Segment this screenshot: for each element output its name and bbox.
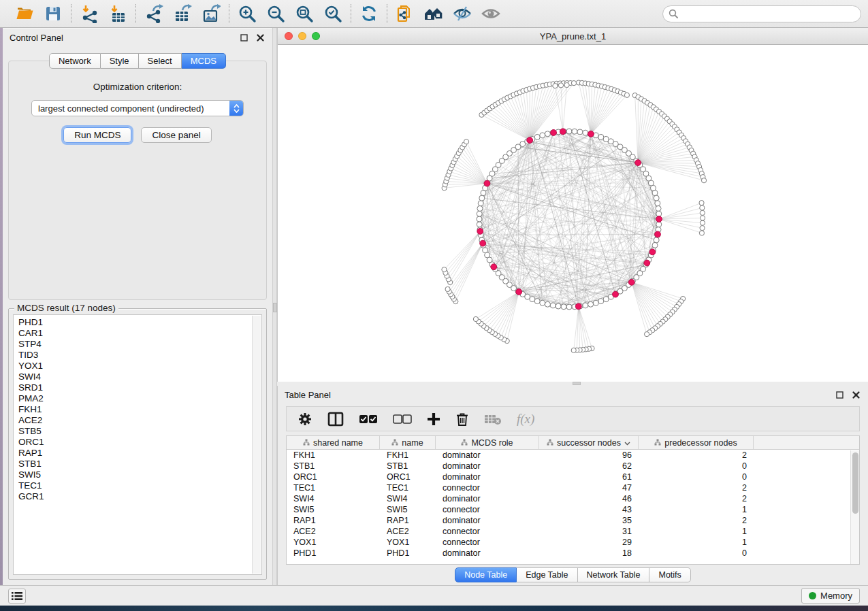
mcds-result-list[interactable]: PHD1CAR1STP4TID3YOX1SWI4SRD1PMA2FKH1ACE2… <box>13 314 262 575</box>
float-panel-icon[interactable] <box>238 32 249 43</box>
vertical-splitter[interactable] <box>272 28 277 585</box>
ring-node[interactable] <box>477 216 482 222</box>
tab-network[interactable]: Network <box>49 53 101 69</box>
mcds-node[interactable] <box>656 216 662 222</box>
table-row[interactable]: TEC1TEC1connector472 <box>287 482 859 493</box>
mcds-node[interactable] <box>588 131 594 137</box>
table-row[interactable]: SWI5SWI5connector431 <box>287 504 859 515</box>
zoom-fit-icon[interactable] <box>293 3 315 24</box>
mcds-result-item[interactable]: PMA2 <box>18 393 261 404</box>
mcds-result-item[interactable]: SRD1 <box>18 382 261 393</box>
show-columns-icon[interactable] <box>327 410 344 428</box>
splitter-handle[interactable] <box>273 303 277 312</box>
open-file-icon[interactable] <box>14 3 35 24</box>
ring-node[interactable] <box>654 237 659 243</box>
mcds-node[interactable] <box>491 264 497 270</box>
ring-node[interactable] <box>561 304 566 310</box>
satellite-node[interactable] <box>564 82 569 87</box>
close-panel-icon[interactable] <box>850 389 861 400</box>
node-table[interactable]: shared namenameMCDS rolesuccessor nodesp… <box>286 435 860 565</box>
satellite-node[interactable] <box>571 81 576 86</box>
satellite-node[interactable] <box>445 286 450 291</box>
tab-network-table[interactable]: Network Table <box>578 567 650 582</box>
ring-node[interactable] <box>583 303 588 308</box>
table-scrollbar[interactable] <box>850 450 859 564</box>
mcds-node[interactable] <box>644 260 650 266</box>
horizontal-splitter[interactable] <box>277 382 868 386</box>
ring-node[interactable] <box>545 301 550 307</box>
export-table-icon[interactable] <box>172 3 193 24</box>
mcds-node[interactable] <box>649 249 656 255</box>
ring-node[interactable] <box>479 195 485 201</box>
column-header-name[interactable]: name <box>380 436 436 449</box>
ring-node[interactable] <box>577 129 583 135</box>
deselect-all-icon[interactable] <box>393 410 412 428</box>
mcds-result-item[interactable]: SWI4 <box>18 371 261 382</box>
table-row[interactable]: PHD1PHD1dominator180 <box>287 548 859 559</box>
run-mcds-button[interactable]: Run MCDS <box>63 127 131 143</box>
satellite-node[interactable] <box>442 267 447 272</box>
mcds-result-item[interactable]: ORC1 <box>18 437 261 448</box>
ring-node[interactable] <box>656 205 661 211</box>
mcds-result-item[interactable]: STB5 <box>18 426 261 437</box>
tab-mcds[interactable]: MCDS <box>182 53 226 69</box>
zoom-selected-icon[interactable] <box>322 3 344 24</box>
ring-node[interactable] <box>652 191 658 196</box>
float-panel-icon[interactable] <box>834 389 845 400</box>
close-panel-icon[interactable] <box>255 32 266 43</box>
ring-node[interactable] <box>572 129 577 134</box>
table-scrollbar-thumb[interactable] <box>852 452 858 514</box>
table-row[interactable]: SWI4SWI4dominator462 <box>287 493 859 504</box>
ring-node[interactable] <box>540 300 545 306</box>
ring-node[interactable] <box>545 131 550 137</box>
mcds-node[interactable] <box>551 130 557 136</box>
mcds-node[interactable] <box>575 303 581 310</box>
network-manager-icon[interactable] <box>423 3 445 24</box>
satellite-node[interactable] <box>624 93 629 97</box>
task-history-button[interactable] <box>8 589 26 604</box>
ring-node[interactable] <box>477 205 483 211</box>
ring-node[interactable] <box>652 242 658 248</box>
search-field[interactable] <box>662 5 861 22</box>
zoom-in-icon[interactable] <box>236 3 258 24</box>
ring-node[interactable] <box>654 195 659 201</box>
mcds-result-item[interactable]: GCR1 <box>18 491 261 502</box>
export-image-icon[interactable] <box>200 3 222 24</box>
ring-node[interactable] <box>588 301 594 307</box>
mcds-result-item[interactable]: SWI5 <box>18 469 261 480</box>
mcds-node[interactable] <box>516 289 522 295</box>
satellite-node[interactable] <box>700 220 705 225</box>
table-settings-icon[interactable] <box>298 410 312 428</box>
satellite-node[interactable] <box>699 201 704 205</box>
clone-network-icon[interactable] <box>394 3 416 24</box>
mcds-result-item[interactable]: TEC1 <box>18 480 261 491</box>
tab-edge-table[interactable]: Edge Table <box>517 567 577 582</box>
table-row[interactable]: YOX1YOX1connector291 <box>287 537 859 548</box>
splitter-handle[interactable] <box>573 382 581 385</box>
ring-node[interactable] <box>478 201 483 206</box>
import-network-icon[interactable] <box>78 3 100 24</box>
satellite-node[interactable] <box>700 210 705 215</box>
import-table-icon[interactable] <box>107 3 129 24</box>
column-header-successor-nodes[interactable]: successor nodes <box>539 436 639 449</box>
ring-node[interactable] <box>656 222 662 227</box>
network-window-titlebar[interactable]: YPA_prune.txt_1 <box>278 28 868 45</box>
network-graph[interactable] <box>278 45 867 381</box>
satellite-node[interactable] <box>699 231 704 235</box>
tab-style[interactable]: Style <box>101 53 139 69</box>
ring-node[interactable] <box>566 129 572 134</box>
satellite-node[interactable] <box>553 83 558 88</box>
ring-node[interactable] <box>650 185 656 191</box>
satellite-node[interactable] <box>473 316 478 321</box>
mcds-result-item[interactable]: YOX1 <box>18 361 261 371</box>
mcds-node[interactable] <box>628 279 634 285</box>
mcds-node[interactable] <box>527 137 533 144</box>
ring-node[interactable] <box>550 303 556 308</box>
satellite-node[interactable] <box>700 205 705 210</box>
column-header-shared-name[interactable]: shared name <box>287 436 380 449</box>
search-input[interactable] <box>681 9 855 19</box>
tab-motifs[interactable]: Motifs <box>649 567 690 582</box>
ring-node[interactable] <box>593 300 598 306</box>
show-graphics-icon[interactable] <box>480 3 502 24</box>
mcds-node[interactable] <box>635 160 641 166</box>
